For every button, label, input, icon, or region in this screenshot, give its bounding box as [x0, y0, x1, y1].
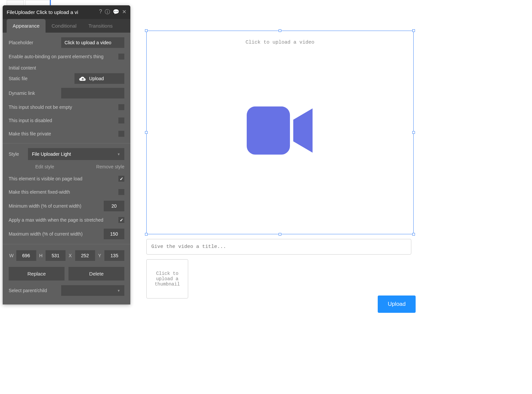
w-input[interactable]: [16, 250, 36, 261]
panel-title: FileUploader Click to upload a vi: [7, 9, 78, 15]
disabled-checkbox[interactable]: [118, 117, 124, 123]
panel-header[interactable]: FileUploader Click to upload a vi ? ⓘ 💬 …: [3, 5, 130, 19]
svg-rect-0: [247, 106, 290, 155]
private-label: Make this file private: [9, 131, 118, 136]
not-empty-checkbox[interactable]: [118, 104, 124, 110]
autobind-label: Enable auto-binding on parent element's …: [9, 54, 118, 59]
upload-label: Upload: [89, 76, 104, 81]
canvas-area: Click to upload a video Click to upload …: [146, 31, 414, 298]
style-value: File Uploader Light: [32, 151, 71, 157]
resize-handle[interactable]: [412, 233, 415, 236]
resize-handle[interactable]: [279, 29, 281, 32]
select-parent-label: Select parent/child: [9, 288, 61, 293]
resize-handle[interactable]: [279, 233, 281, 236]
resize-handle[interactable]: [145, 233, 148, 236]
remove-style-link[interactable]: Remove style: [96, 164, 124, 169]
disabled-label: This input is disabled: [9, 118, 118, 123]
upload-button[interactable]: Upload: [378, 296, 416, 313]
cloud-upload-icon: [79, 76, 86, 81]
style-select[interactable]: File Uploader Light ▼: [28, 148, 124, 160]
max-width-apply-checkbox[interactable]: [118, 217, 124, 223]
dynamic-link-input[interactable]: [61, 88, 124, 98]
thumbnail-uploader[interactable]: Click to upload a thumbnail: [146, 259, 188, 298]
y-input[interactable]: [104, 250, 124, 261]
help-icon[interactable]: ?: [99, 9, 102, 16]
select-parent-dropdown[interactable]: ▼: [61, 285, 124, 296]
visible-label: This element is visible on page load: [9, 176, 118, 181]
video-camera-icon: [247, 106, 313, 155]
min-width-input[interactable]: [104, 201, 124, 211]
property-panel: FileUploader Click to upload a vi ? ⓘ 💬 …: [3, 5, 130, 304]
style-label: Style: [9, 151, 25, 157]
resize-handle[interactable]: [145, 131, 148, 134]
dimensions-row: W H X Y: [9, 250, 124, 261]
dynamic-link-label: Dynamic link: [9, 91, 61, 96]
x-label: X: [67, 253, 73, 258]
not-empty-label: This input should not be empty: [9, 104, 118, 110]
thumb-placeholder-text: Click to upload a thumbnail: [149, 271, 185, 287]
static-file-label: Static file: [9, 76, 74, 81]
resize-handle[interactable]: [412, 131, 415, 134]
edit-style-link[interactable]: Edit style: [35, 164, 54, 169]
chevron-down-icon: ▼: [117, 152, 120, 156]
info-icon[interactable]: ⓘ: [105, 9, 110, 16]
tab-appearance[interactable]: Appearance: [7, 19, 46, 33]
resize-handle[interactable]: [145, 29, 148, 32]
static-upload-button[interactable]: Upload: [74, 73, 124, 84]
tab-conditional[interactable]: Conditional: [46, 19, 82, 33]
visible-checkbox[interactable]: [118, 176, 124, 182]
y-label: Y: [97, 253, 103, 258]
placeholder-input[interactable]: [61, 37, 124, 48]
close-icon[interactable]: ✕: [122, 9, 126, 16]
comment-icon[interactable]: 💬: [113, 9, 119, 16]
max-width-apply-label: Apply a max width when the page is stret…: [9, 217, 118, 223]
initial-content-label: Initial content: [9, 65, 124, 71]
autobind-checkbox[interactable]: [118, 54, 124, 60]
chevron-down-icon: ▼: [117, 289, 120, 293]
replace-button[interactable]: Replace: [9, 267, 65, 281]
w-label: W: [9, 253, 14, 258]
min-width-label: Minimum width (% of current width): [9, 203, 104, 209]
upload-placeholder-text: Click to upload a video: [147, 31, 413, 45]
h-input[interactable]: [46, 250, 66, 261]
tab-transitions[interactable]: Transitions: [82, 19, 119, 33]
h-label: H: [38, 253, 44, 258]
delete-button[interactable]: Delete: [68, 267, 124, 281]
video-title-input[interactable]: [146, 239, 411, 255]
max-width-input[interactable]: [104, 229, 124, 239]
panel-tabs: Appearance Conditional Transitions: [3, 19, 130, 33]
resize-handle[interactable]: [412, 29, 415, 32]
max-width-label: Maximum width (% of current width): [9, 231, 104, 237]
fixed-width-label: Make this element fixed-width: [9, 189, 118, 195]
fixed-width-checkbox[interactable]: [118, 189, 124, 195]
placeholder-label: Placeholder: [9, 40, 61, 45]
x-input[interactable]: [75, 250, 95, 261]
private-checkbox[interactable]: [118, 131, 124, 137]
fileuploader-element[interactable]: Click to upload a video: [146, 31, 414, 234]
